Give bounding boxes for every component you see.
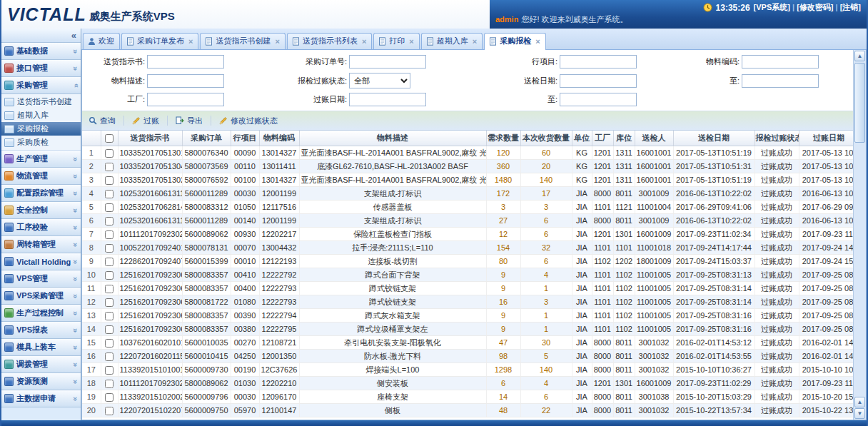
- sidebar-group-8[interactable]: 工序校验»: [1, 219, 81, 236]
- column-header-13[interactable]: 报检过账状态: [755, 131, 799, 146]
- sidebar-subitem-4[interactable]: 采购质检: [1, 136, 81, 149]
- sidebar-group-1[interactable]: 基础数据»: [1, 43, 81, 60]
- row-checkbox[interactable]: [105, 217, 113, 225]
- table-row[interactable]: 610253201606131156000112890014012001199支…: [82, 214, 853, 228]
- column-header-1[interactable]: 送货指示书: [118, 131, 182, 146]
- posting-date-to-input[interactable]: [560, 93, 637, 106]
- table-row[interactable]: 1612207201602011556000104150425012001350…: [82, 350, 853, 363]
- sidebar-group-11[interactable]: VPS管理»: [1, 270, 81, 288]
- tab-close-icon[interactable]: ×: [188, 37, 193, 46]
- row-checkbox[interactable]: [105, 176, 113, 185]
- inspection-date-to-input[interactable]: [742, 74, 819, 88]
- column-header-11[interactable]: 送检人: [635, 131, 673, 146]
- sidebar-group-3[interactable]: 采购管理»: [1, 77, 81, 94]
- material-code-input[interactable]: [742, 55, 819, 69]
- tab-close-icon[interactable]: ×: [409, 37, 413, 46]
- header-link-2[interactable]: [修改密码]: [797, 3, 833, 11]
- column-header-8[interactable]: 单位: [572, 131, 592, 146]
- sidebar-group-18[interactable]: 主数据申请»: [1, 390, 81, 407]
- table-row[interactable]: 1711339201510100156000097300019012C37626…: [82, 363, 853, 377]
- table-row[interactable]: 810052201709240158000781310007013004432拉…: [82, 241, 853, 255]
- tab-5[interactable]: 打印×: [373, 33, 419, 49]
- select-all-checkbox[interactable]: [105, 134, 113, 143]
- table-row[interactable]: 1312516201709230658000833570039012222794…: [82, 309, 853, 323]
- column-header-7[interactable]: 本次收货数量: [520, 131, 572, 146]
- sidebar-subitem-1[interactable]: 送货指示书创建: [1, 95, 81, 108]
- sidebar-group-9[interactable]: 周转箱管理»: [1, 236, 81, 253]
- tab-1[interactable]: 欢迎: [83, 33, 120, 49]
- post-button[interactable]: 过账: [130, 114, 161, 128]
- table-row[interactable]: 210335201705130458000735690011013011411底…: [82, 160, 853, 173]
- table-row[interactable]: 1412516201709230658000833570038012222795…: [82, 323, 853, 336]
- sidebar-group-7[interactable]: 安全控制»: [1, 202, 81, 219]
- export-button[interactable]: 导出: [173, 114, 205, 128]
- tab-close-icon[interactable]: ×: [275, 37, 279, 46]
- column-header-10[interactable]: 库位: [613, 131, 635, 146]
- row-checkbox[interactable]: [105, 312, 113, 320]
- sidebar-subitem-3[interactable]: 采购报检: [1, 122, 81, 136]
- row-checkbox[interactable]: [105, 325, 113, 334]
- row-checkbox[interactable]: [105, 190, 113, 198]
- row-checkbox[interactable]: [105, 380, 113, 388]
- inspection-date-from-input[interactable]: [560, 74, 637, 88]
- row-checkbox[interactable]: [105, 258, 113, 266]
- column-header-6[interactable]: 需求数量: [486, 131, 520, 146]
- column-header-9[interactable]: 工厂: [592, 131, 613, 146]
- column-header-5[interactable]: 物料描述: [299, 131, 486, 146]
- sidebar-group-16[interactable]: 调拨管理»: [1, 356, 81, 373]
- modify-posting-status-button[interactable]: 修改过账状态: [217, 114, 280, 128]
- sidebar-collapse-button[interactable]: «: [71, 30, 76, 41]
- row-checkbox[interactable]: [105, 271, 113, 280]
- tab-2[interactable]: 采购订单发布×: [121, 33, 198, 49]
- row-checkbox[interactable]: [105, 203, 113, 212]
- sidebar-group-6[interactable]: 配置跟踪管理»: [1, 185, 81, 202]
- tab-3[interactable]: 送货指示书创建×: [200, 33, 285, 49]
- tab-close-icon[interactable]: ×: [362, 37, 366, 46]
- column-header-3[interactable]: 行项目: [231, 131, 259, 146]
- table-row[interactable]: 1112516201709230658000833570040012222793…: [82, 282, 853, 295]
- table-row[interactable]: 710111201709230256000890620093012202217保…: [82, 228, 853, 241]
- sidebar-group-4[interactable]: 生产管理»: [1, 151, 81, 168]
- sidebar-group-2[interactable]: 接口管理»: [1, 60, 81, 77]
- row-checkbox[interactable]: [105, 163, 113, 171]
- column-header-12[interactable]: 送检日期: [673, 131, 755, 146]
- table-row[interactable]: 1510376201602010156000100350027012108721…: [82, 336, 853, 350]
- scroll-up-icon[interactable]: ▲: [854, 51, 865, 61]
- table-row[interactable]: 912286201709240756000153990001012122193连…: [82, 255, 853, 268]
- line-item-input[interactable]: [560, 55, 637, 69]
- vertical-scrollbar[interactable]: ▲ ▲ ▼: [853, 50, 866, 420]
- query-button[interactable]: 查询: [86, 114, 118, 128]
- tab-close-icon[interactable]: ×: [535, 37, 540, 46]
- table-row[interactable]: 510253201706281458000833120105012117516传…: [82, 201, 853, 214]
- row-checkbox[interactable]: [105, 149, 113, 158]
- row-checkbox[interactable]: [105, 244, 113, 253]
- sidebar-group-14[interactable]: VPS报表»: [1, 322, 81, 339]
- scroll-up-icon[interactable]: ▲: [854, 397, 865, 407]
- tab-6[interactable]: 超期入库×: [421, 33, 483, 49]
- header-link-3[interactable]: [注销]: [840, 3, 861, 11]
- sidebar-group-17[interactable]: 资源预测»: [1, 373, 81, 390]
- table-row[interactable]: 1012516201709230658000833570041012222792…: [82, 268, 853, 282]
- row-checkbox[interactable]: [105, 366, 113, 375]
- row-checkbox[interactable]: [105, 339, 113, 348]
- scrollbar-thumb[interactable]: [854, 63, 865, 143]
- material-desc-input[interactable]: [147, 74, 224, 88]
- sidebar-subitem-2[interactable]: 超期入库: [1, 108, 81, 122]
- sidebar-group-12[interactable]: VPS采购管理»: [1, 288, 81, 305]
- tab-7[interactable]: 采购报检×: [484, 33, 545, 50]
- po-number-input[interactable]: [349, 55, 426, 69]
- row-checkbox[interactable]: [105, 407, 113, 415]
- row-checkbox[interactable]: [105, 393, 113, 402]
- column-header-4[interactable]: 物料编码: [259, 131, 299, 146]
- sidebar-group-15[interactable]: 模具上装车»: [1, 339, 81, 356]
- row-checkbox[interactable]: [105, 353, 113, 361]
- table-row[interactable]: 2012207201510220756000097500597012100147…: [82, 404, 853, 417]
- table-row[interactable]: 310335201705130258000765920010013014327亚…: [82, 173, 853, 187]
- row-checkbox[interactable]: [105, 230, 113, 239]
- table-row[interactable]: 110335201705130158000763400009013014327亚…: [82, 146, 853, 160]
- column-header-14[interactable]: 过账日期: [799, 131, 853, 146]
- sidebar-group-10[interactable]: Victall Holding»: [1, 253, 81, 270]
- table-row[interactable]: 1212516201709230658000817220108012222793…: [82, 295, 853, 309]
- posting-status-select[interactable]: 全部: [349, 73, 410, 88]
- sidebar-group-5[interactable]: 物流管理»: [1, 168, 81, 185]
